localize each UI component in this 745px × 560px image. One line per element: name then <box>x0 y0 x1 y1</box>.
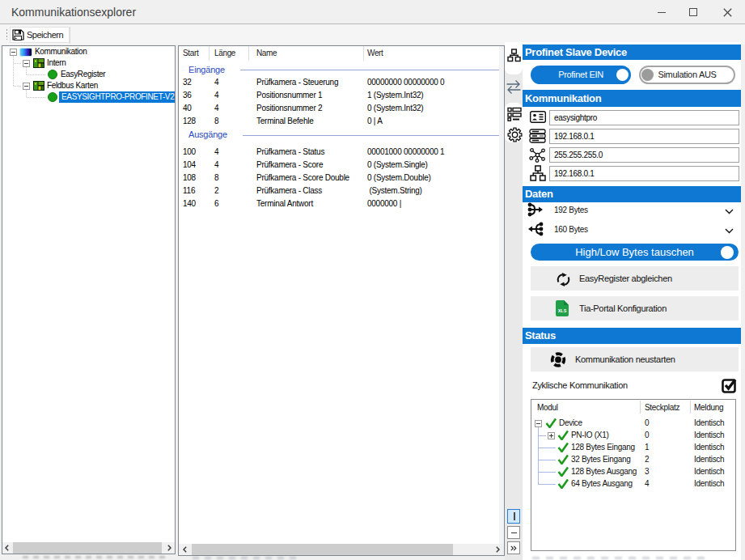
svg-text:XLS: XLS <box>558 308 567 313</box>
